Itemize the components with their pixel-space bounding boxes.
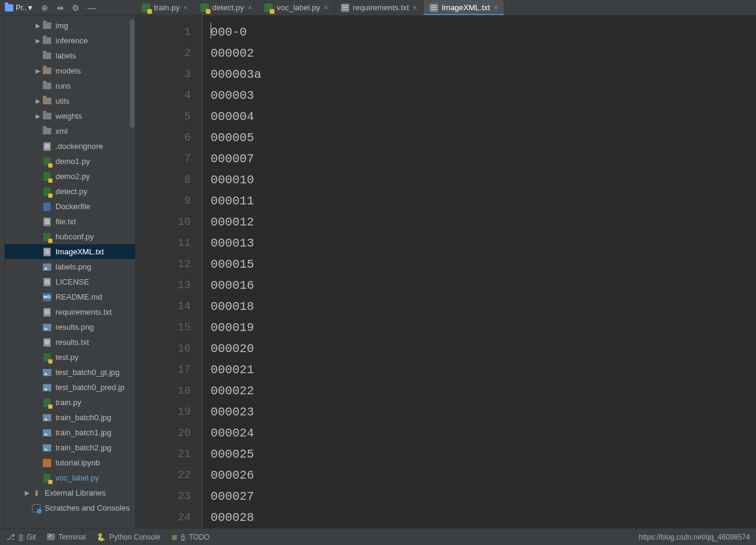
tree-item--dockerignore[interactable]: .dockerignore xyxy=(5,139,135,154)
line-number[interactable]: 6 xyxy=(136,127,202,148)
tree-item-results-txt[interactable]: results.txt xyxy=(5,335,135,350)
code-area[interactable]: 000-0000002000003a0000030000040000050000… xyxy=(202,16,756,528)
git-tool-button[interactable]: ⎇ 9: Git xyxy=(6,532,36,541)
expand-arrow-icon[interactable]: ▶ xyxy=(34,113,42,119)
tree-item-test_batch0_pred-jp[interactable]: test_batch0_pred.jp xyxy=(5,380,135,395)
tree-item-External-Libraries[interactable]: ▶⫴External Libraries xyxy=(5,485,135,500)
line-number[interactable]: 1 xyxy=(136,22,202,43)
line-number[interactable]: 19 xyxy=(136,402,202,423)
code-line[interactable]: 000023 xyxy=(211,402,756,423)
line-number[interactable]: 4 xyxy=(136,85,202,106)
close-icon[interactable]: × xyxy=(324,4,328,12)
tree-item-README-md[interactable]: MDREADME.md xyxy=(5,289,135,304)
line-number[interactable]: 16 xyxy=(136,338,202,359)
tool-window-stripe[interactable] xyxy=(0,16,5,528)
code-line[interactable]: 000005 xyxy=(211,127,756,148)
line-number[interactable]: 15 xyxy=(136,317,202,338)
line-number[interactable]: 24 xyxy=(136,507,202,528)
sidebar-scrollbar[interactable] xyxy=(129,16,135,528)
tree-item-tutorial-ipynb[interactable]: tutorial.ipynb xyxy=(5,455,135,470)
code-line[interactable]: 000025 xyxy=(211,444,756,465)
code-line[interactable]: 000020 xyxy=(211,338,756,359)
tree-item-labels-png[interactable]: labels.png xyxy=(5,259,135,274)
line-number[interactable]: 5 xyxy=(136,106,202,127)
tree-item-Dockerfile[interactable]: Dockerfile xyxy=(5,199,135,214)
line-number[interactable]: 21 xyxy=(136,444,202,465)
tree-item-ImageXML-txt[interactable]: ImageXML.txt xyxy=(5,244,135,259)
expand-arrow-icon[interactable]: ▶ xyxy=(34,98,42,104)
line-number[interactable]: 11 xyxy=(136,233,202,254)
tab-voc_label-py[interactable]: voc_label.py× xyxy=(258,0,334,15)
gear-icon[interactable]: ⚙ xyxy=(71,3,81,13)
code-line[interactable]: 000021 xyxy=(211,359,756,380)
close-icon[interactable]: × xyxy=(247,4,252,12)
line-number[interactable]: 14 xyxy=(136,296,202,317)
tree-item-models[interactable]: ▶models xyxy=(5,63,135,78)
code-line[interactable]: 000018 xyxy=(211,296,756,317)
tree-item-detect-py[interactable]: detect.py xyxy=(5,184,135,199)
tree-item-weights[interactable]: ▶weights xyxy=(5,109,135,124)
project-dropdown[interactable]: Pr..▼ xyxy=(5,4,34,12)
tree-item-demo2-py[interactable]: demo2.py xyxy=(5,169,135,184)
line-number[interactable]: 3 xyxy=(136,64,202,85)
tree-item-test_batch0_gt-jpg[interactable]: test_batch0_gt.jpg xyxy=(5,365,135,380)
tab-train-py[interactable]: train.py× xyxy=(136,0,194,15)
code-line[interactable]: 000027 xyxy=(211,486,756,507)
locate-icon[interactable]: ⊕ xyxy=(40,3,49,13)
code-line[interactable]: 000019 xyxy=(211,317,756,338)
tree-item-LICENSE[interactable]: LICENSE xyxy=(5,274,135,289)
code-line[interactable]: 000024 xyxy=(211,423,756,444)
line-number[interactable]: 9 xyxy=(136,191,202,212)
code-line[interactable]: 000003a xyxy=(211,64,756,85)
expand-arrow-icon[interactable]: ▶ xyxy=(34,68,42,74)
tree-item-train_batch1-jpg[interactable]: train_batch1.jpg xyxy=(5,425,135,440)
code-line[interactable]: 000012 xyxy=(211,212,756,233)
tree-item-utils[interactable]: ▶utils xyxy=(5,93,135,109)
code-line[interactable]: 000003 xyxy=(211,85,756,106)
line-number[interactable]: 10 xyxy=(136,212,202,233)
line-number[interactable]: 17 xyxy=(136,359,202,380)
tree-item-runs[interactable]: runs xyxy=(5,78,135,93)
tree-item-img[interactable]: ▶img xyxy=(5,18,135,33)
code-line[interactable]: 000-0 xyxy=(211,22,756,43)
code-line[interactable]: 000016 xyxy=(211,275,756,296)
terminal-tool-button[interactable]: Terminal xyxy=(47,533,86,541)
tree-item-hubconf-py[interactable]: hubconf.py xyxy=(5,229,135,244)
close-icon[interactable]: × xyxy=(183,4,188,12)
line-gutter[interactable]: 123456789101112131415161718192021222324 xyxy=(136,16,202,528)
tree-item-inference[interactable]: ▶inference xyxy=(5,33,135,48)
tab-detect-py[interactable]: detect.py× xyxy=(194,0,259,15)
project-tree[interactable]: ▶img▶inferencelabels▶modelsruns▶utils▶we… xyxy=(5,16,135,519)
code-line[interactable]: 000028 xyxy=(211,507,756,528)
line-number[interactable]: 8 xyxy=(136,169,202,191)
sidebar-scroll-thumb[interactable] xyxy=(130,19,135,128)
code-line[interactable]: 000011 xyxy=(211,191,756,212)
expand-arrow-icon[interactable]: ▶ xyxy=(34,22,42,29)
tree-item-voc_label-py[interactable]: voc_label.py xyxy=(5,470,135,485)
line-number[interactable]: 18 xyxy=(136,380,202,402)
code-line[interactable]: 000007 xyxy=(211,148,756,169)
hide-icon[interactable]: — xyxy=(87,3,97,13)
tree-item-train_batch2-jpg[interactable]: train_batch2.jpg xyxy=(5,440,135,455)
code-line[interactable]: 000022 xyxy=(211,380,756,402)
tree-item-demo1-py[interactable]: demo1.py xyxy=(5,154,135,169)
python-console-button[interactable]: 🐍 Python Console xyxy=(97,533,160,541)
code-line[interactable]: 000013 xyxy=(211,233,756,254)
tree-item-results-png[interactable]: results.png xyxy=(5,320,135,335)
tree-item-requirements-txt[interactable]: requirements.txt xyxy=(5,304,135,320)
tree-item-xml[interactable]: xml xyxy=(5,124,135,139)
tab-ImageXML-txt[interactable]: ImageXML.txt× xyxy=(424,0,504,15)
line-number[interactable]: 7 xyxy=(136,148,202,169)
tree-item-train_batch0-jpg[interactable]: train_batch0.jpg xyxy=(5,410,135,425)
collapse-icon[interactable]: ⇹ xyxy=(56,3,65,13)
code-line[interactable]: 000010 xyxy=(211,169,756,191)
code-line[interactable]: 000015 xyxy=(211,254,756,275)
line-number[interactable]: 2 xyxy=(136,43,202,64)
tree-item-test-py[interactable]: test.py xyxy=(5,350,135,365)
line-number[interactable]: 23 xyxy=(136,486,202,507)
line-number[interactable]: 20 xyxy=(136,423,202,444)
code-line[interactable]: 000004 xyxy=(211,106,756,127)
tree-item-file-txt[interactable]: file.txt xyxy=(5,214,135,229)
tree-item-Scratches-and-Consoles[interactable]: Scratches and Consoles xyxy=(5,500,135,515)
line-number[interactable]: 13 xyxy=(136,275,202,296)
